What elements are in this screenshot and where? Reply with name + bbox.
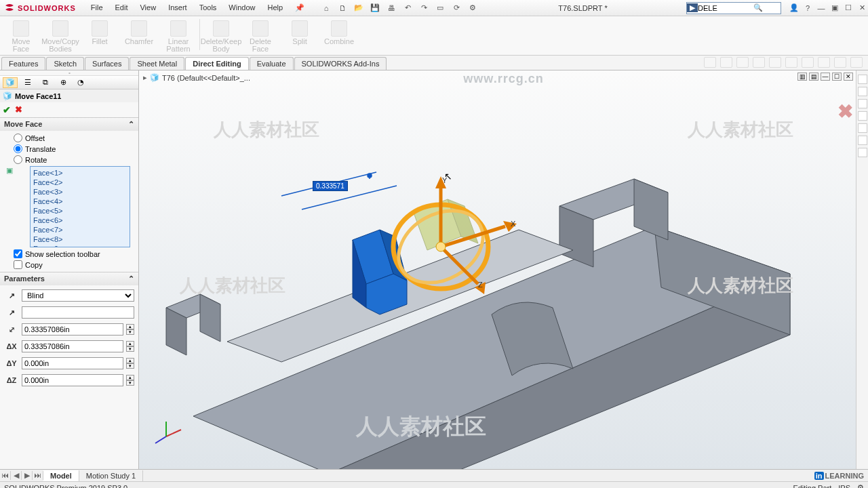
bottom-tab-motion[interactable]: Motion Study 1 <box>79 470 143 481</box>
tab-first-icon[interactable]: ⏮ <box>0 471 11 480</box>
face-item[interactable]: Face<1> <box>32 168 128 178</box>
menu-tools[interactable]: Tools <box>194 1 222 15</box>
redo-icon[interactable]: ↷ <box>417 2 431 14</box>
display-style-icon[interactable] <box>785 57 797 68</box>
taskpane-view-palette-icon[interactable] <box>858 123 867 133</box>
taskpane-custom-props-icon[interactable] <box>858 148 867 157</box>
new-icon[interactable]: 🗋 <box>336 2 349 14</box>
face-item[interactable]: Face<2> <box>32 178 128 187</box>
feature-tree-tab-icon[interactable]: 🧊 <box>3 77 18 88</box>
tab-last-icon[interactable]: ⏭ <box>33 471 43 480</box>
tab-sheet-metal[interactable]: Sheet Metal <box>130 57 184 70</box>
menu-window[interactable]: Window <box>223 1 260 15</box>
move-face-group-header[interactable]: Move Face ⌃ <box>0 118 138 131</box>
tab-sketch[interactable]: Sketch <box>46 57 84 70</box>
tab-features[interactable]: Features <box>1 57 45 70</box>
direction-ref-input[interactable] <box>22 306 134 319</box>
menu-help[interactable]: Help <box>262 1 288 15</box>
display-tab-icon[interactable]: ◔ <box>73 77 88 88</box>
dy-input[interactable] <box>22 357 123 369</box>
search-input[interactable] <box>698 4 752 12</box>
tab-addins[interactable]: SOLIDWORKS Add-Ins <box>294 57 387 70</box>
tab-surfaces[interactable]: Surfaces <box>85 57 129 70</box>
undo-icon[interactable]: ↶ <box>401 2 414 14</box>
print-icon[interactable]: 🖶 <box>384 2 398 14</box>
tab-prev-icon[interactable]: ◀ <box>11 471 22 480</box>
home-icon[interactable]: ⌂ <box>319 2 333 14</box>
dz-spinner[interactable]: ▴▾ <box>126 375 134 386</box>
view-settings-icon[interactable] <box>850 57 863 68</box>
face-item[interactable]: Face<3> <box>32 187 128 197</box>
face-item[interactable]: Face<8> <box>32 235 128 244</box>
command-search[interactable]: ▶ 🔍 <box>686 2 781 14</box>
restore-icon[interactable]: ▣ <box>829 2 841 14</box>
save-icon[interactable]: 💾 <box>368 2 382 14</box>
radio-translate[interactable]: Translate <box>14 144 134 153</box>
face-item[interactable]: Face<4> <box>32 197 128 206</box>
property-tab-icon[interactable]: ☰ <box>20 77 35 88</box>
faces-selection-list[interactable]: Face<1> Face<2> Face<3> Face<4> Face<5> … <box>30 166 130 247</box>
face-item[interactable]: Face<6> <box>32 216 128 225</box>
dx-input[interactable] <box>22 340 123 352</box>
end-condition-select[interactable]: Blind <box>22 289 134 302</box>
scene-icon[interactable] <box>834 57 846 68</box>
select-icon[interactable]: ▭ <box>433 2 447 14</box>
radio-offset[interactable]: Offset <box>14 134 134 142</box>
menu-edit[interactable]: Edit <box>110 1 134 15</box>
dx-spinner[interactable]: ▴▾ <box>126 341 134 352</box>
taskpane-home-icon[interactable] <box>858 75 867 84</box>
taskpane-appearances-icon[interactable] <box>858 136 867 145</box>
taskpane-file-explorer-icon[interactable] <box>858 111 867 121</box>
graphics-viewport[interactable]: ▸ 🧊 T76 (Default<<Default>_... www.rrcg.… <box>139 70 868 469</box>
panel-resize-handle[interactable]: ∘ <box>0 70 138 76</box>
collapse-icon[interactable]: ⌃ <box>128 120 134 129</box>
zoom-fit-icon[interactable] <box>704 57 716 68</box>
face-item[interactable]: Face<9> <box>32 244 128 247</box>
menu-pin-icon[interactable]: 📌 <box>290 1 310 15</box>
minimize-icon[interactable]: — <box>815 2 827 14</box>
quick-access-toolbar: ⌂ 🗋 📂 💾 🖶 ↶ ↷ ▭ ⟳ ⚙ <box>319 2 479 14</box>
tab-next-icon[interactable]: ▶ <box>22 471 33 480</box>
dy-spinner[interactable]: ▴▾ <box>126 358 134 369</box>
distance-input[interactable] <box>22 323 123 336</box>
tab-evaluate[interactable]: Evaluate <box>250 57 294 70</box>
taskpane-resources-icon[interactable] <box>858 87 867 96</box>
accept-button[interactable]: ✔ <box>3 104 11 115</box>
status-bar: SOLIDWORKS Premium 2019 SP3.0 Editing Pa… <box>0 481 868 488</box>
section-view-icon[interactable] <box>753 57 765 68</box>
options-icon[interactable]: ⚙ <box>466 2 479 14</box>
view-orient-icon[interactable] <box>769 57 781 68</box>
collapse-icon[interactable]: ⌃ <box>128 274 134 283</box>
cancel-button[interactable]: ✖ <box>15 104 22 115</box>
face-item[interactable]: Face<7> <box>32 225 128 235</box>
taskpane-design-lib-icon[interactable] <box>858 99 867 108</box>
close-icon[interactable]: ✕ <box>856 2 868 14</box>
parameters-group-header[interactable]: Parameters ⌃ <box>0 272 138 285</box>
menu-file[interactable]: File <box>85 1 108 15</box>
menu-view[interactable]: View <box>134 1 161 15</box>
tab-direct-editing[interactable]: Direct Editing <box>185 57 249 70</box>
status-gear-icon[interactable]: ⚙ <box>857 483 864 488</box>
bottom-tab-model[interactable]: Model <box>43 470 79 481</box>
copy-checkbox[interactable]: Copy <box>14 260 134 269</box>
radio-rotate[interactable]: Rotate <box>14 155 134 164</box>
appearance-icon[interactable] <box>818 57 830 68</box>
dimension-input[interactable]: 0.333571 <box>313 181 348 191</box>
face-item[interactable]: Face<5> <box>32 206 128 216</box>
open-icon[interactable]: 📂 <box>352 2 366 14</box>
zoom-area-icon[interactable] <box>720 57 732 68</box>
rebuild-icon[interactable]: ⟳ <box>450 2 463 14</box>
hide-show-icon[interactable] <box>802 57 814 68</box>
dimxpert-tab-icon[interactable]: ⊕ <box>56 77 71 88</box>
dz-input[interactable] <box>22 374 123 386</box>
show-selection-toolbar-checkbox[interactable]: Show selection toolbar <box>14 249 134 258</box>
search-icon[interactable]: 🔍 <box>752 3 764 12</box>
config-tab-icon[interactable]: ⧉ <box>38 77 53 88</box>
login-icon[interactable]: 👤 <box>788 2 800 14</box>
distance-spinner[interactable]: ▴▾ <box>126 324 134 335</box>
help-icon[interactable]: ? <box>802 2 814 14</box>
prev-view-icon[interactable] <box>736 57 749 68</box>
status-units[interactable]: IPS <box>838 484 850 489</box>
maximize-icon[interactable]: ☐ <box>842 2 854 14</box>
menu-insert[interactable]: Insert <box>163 1 193 15</box>
